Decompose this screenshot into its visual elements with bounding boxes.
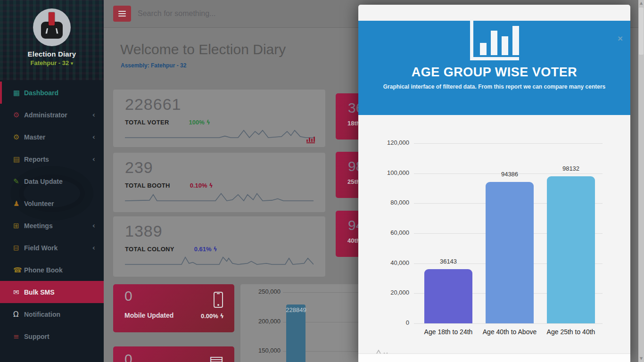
y-axis-tick-label: 250,000 <box>240 288 281 295</box>
sidebar-item-label: Administrator <box>24 111 67 119</box>
gears-icon: ⚙ <box>13 111 24 119</box>
sidebar-item-label: Dashboard <box>24 89 58 97</box>
x-axis-category-label: Age 18th to 24th <box>415 328 482 336</box>
voter-id-card: 0 ▤ <box>113 346 234 362</box>
bar-value-label: 36143 <box>424 258 472 265</box>
x-axis-category-label: Age 40th to Above <box>476 328 543 336</box>
lightning-icon: ϟ <box>220 313 224 320</box>
scroll-up-icon[interactable]: ▲ <box>638 0 644 7</box>
close-icon[interactable]: × <box>618 34 623 43</box>
stat-percent: 0.61% ϟ <box>194 246 217 253</box>
sidebar-item-label: Field Work <box>24 244 58 252</box>
stat-value: 239 <box>125 158 153 177</box>
sidebar-item-label: Data Update <box>24 178 63 185</box>
y-axis-tick-label: 80,000 <box>372 199 409 206</box>
sidebar-nav: ▦Dashboard⚙Administrator‹⚙Master‹▤Report… <box>0 82 104 347</box>
sparkline-chart <box>125 126 314 139</box>
y-axis-tick-label: 40,000 <box>372 259 409 266</box>
age-group-bar-chart: 020,00040,00060,00080,000100,000120,0003… <box>358 115 630 362</box>
age-group-modal: × AGE GROUP WISE VOTER Graphical interfa… <box>358 5 630 362</box>
y-axis-tick-label: 20,000 <box>372 289 409 296</box>
mobile-updated-label: Mobile Updated <box>124 312 173 319</box>
y-axis-tick-label: 100,000 <box>372 169 409 176</box>
modal-header: × AGE GROUP WISE VOTER Graphical interfa… <box>358 21 630 115</box>
stat-card-total-booth: 239TOTAL BOOTH0.10% ϟ <box>113 153 325 212</box>
stat-row: TOTAL COLONY0.61% ϟ <box>125 246 314 253</box>
sidebar-item-label: Volunteer <box>24 200 54 207</box>
sidebar-item-notification[interactable]: ΩNotification <box>0 303 104 325</box>
sidebar-item-label: Meetings <box>24 222 53 230</box>
sidebar-item-reports[interactable]: ▤Reports‹ <box>0 148 104 170</box>
bar-2 <box>486 182 534 324</box>
chevron-left-icon: ‹ <box>92 244 95 252</box>
sidebar: Election Diary Fatehpur - 32 ▾ ▦Dashboar… <box>0 0 104 362</box>
sidebar-item-dashboard[interactable]: ▦Dashboard <box>0 82 104 104</box>
stat-card-total-colony: 1389TOTAL COLONY0.61% ϟ <box>113 216 325 277</box>
lightning-icon: ϟ <box>213 246 217 253</box>
sidebar-item-support[interactable]: ≡Support <box>0 325 104 347</box>
stat-card-total-voter: 228661TOTAL VOTER100% ϟ <box>113 90 325 147</box>
stat-percent: 0.10% ϟ <box>190 182 213 189</box>
sidebar-item-master[interactable]: ⚙Master‹ <box>0 126 104 148</box>
sparkline-chart <box>125 189 314 202</box>
ballot-box-logo-icon <box>33 8 71 46</box>
lightning-icon: ϟ <box>209 182 213 189</box>
y-axis-tick-label: 200,000 <box>240 318 281 325</box>
caret-down-icon: ▾ <box>71 60 74 66</box>
modal-footer <box>358 354 630 362</box>
assembly-dropdown[interactable]: Fatehpur - 32 ▾ <box>0 59 104 66</box>
sidebar-item-label: Bulk SMS <box>24 288 55 296</box>
bar-chart-icon <box>306 137 315 143</box>
y-axis-tick-label: 0 <box>372 319 409 326</box>
brand: Election Diary Fatehpur - 32 ▾ <box>0 8 104 66</box>
modal-title: AGE GROUP WISE VOTER <box>358 65 630 80</box>
sidebar-item-data-update[interactable]: ✎Data Update <box>0 170 104 192</box>
chevron-left-icon: ‹ <box>92 133 95 141</box>
users-icon: ♟ <box>13 199 24 208</box>
address-book-icon: ☎ <box>13 266 24 274</box>
chevron-left-icon: ‹ <box>92 155 95 164</box>
bar-chart-icon <box>470 21 519 60</box>
sidebar-item-label: Reports <box>24 156 49 163</box>
calendar-icon: ⊞ <box>13 222 24 230</box>
bar-value-label: 228849 <box>278 306 314 313</box>
sidebar-item-label: Phone Book <box>24 266 63 274</box>
x-axis-category-label: Age 25th to 40th <box>537 328 604 336</box>
document-icon: ▤ <box>13 155 24 164</box>
scroll-down-icon[interactable]: ▼ <box>638 355 644 362</box>
briefcase-icon: ⊟ <box>13 244 24 252</box>
modal-subtitle: Graphical interface of filtered data. Fr… <box>358 83 630 90</box>
y-axis-tick-label: 120,000 <box>372 139 409 146</box>
sidebar-item-administrator[interactable]: ⚙Administrator‹ <box>0 104 104 126</box>
sidebar-item-label: Master <box>24 133 45 141</box>
stat-row: TOTAL VOTER100% ϟ <box>125 119 314 126</box>
y-axis-tick-label: 60,000 <box>372 229 409 236</box>
id-card-icon: ▤ <box>209 352 224 362</box>
voter-id-value: 0 <box>124 351 132 362</box>
mobile-phone-icon <box>214 292 223 308</box>
scrollbar-thumb[interactable] <box>639 8 644 55</box>
sidebar-item-volunteer[interactable]: ♟Volunteer <box>0 192 104 214</box>
mobile-updated-percent: 0.00% ϟ <box>201 313 224 320</box>
stat-value: 1389 <box>125 222 163 240</box>
stat-value: 228661 <box>125 95 181 114</box>
sidebar-item-meetings[interactable]: ⊞Meetings‹ <box>0 214 104 237</box>
stat-row: TOTAL BOOTH0.10% ϟ <box>125 182 314 189</box>
pencil-icon: ✎ <box>13 177 24 186</box>
sidebar-item-bulk-sms[interactable]: ✉Bulk SMS <box>0 281 104 303</box>
mobile-updated-card: 0 Mobile Updated 0.00% ϟ <box>113 284 234 332</box>
page-title: Welcome to Election Diary <box>120 41 286 58</box>
sidebar-item-field-work[interactable]: ⊟Field Work‹ <box>0 237 104 259</box>
brand-title: Election Diary <box>0 50 104 58</box>
page-scrollbar[interactable]: ▲ ▼ <box>638 0 644 362</box>
assembly-label: Assembly: Fatehpur - 32 <box>121 62 186 69</box>
gridline <box>414 143 603 144</box>
sidebar-item-label: Support <box>24 333 50 340</box>
hamburger-menu-button[interactable] <box>113 6 131 22</box>
sidebar-item-phone-book[interactable]: ☎Phone Book <box>0 259 104 281</box>
stat-label: TOTAL BOOTH <box>125 182 170 189</box>
y-axis-tick-label: 150,000 <box>240 347 281 354</box>
mobile-updated-value: 0 <box>124 288 132 304</box>
search-input[interactable] <box>138 7 336 21</box>
stat-label: TOTAL VOTER <box>125 119 169 126</box>
